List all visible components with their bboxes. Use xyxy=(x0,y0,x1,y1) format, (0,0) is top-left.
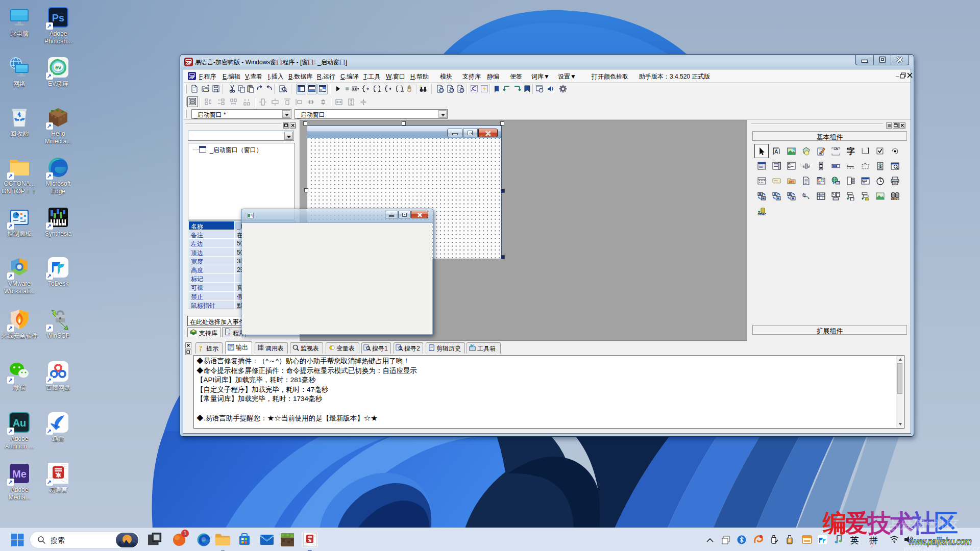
svg-text:ODBC: ODBC xyxy=(758,213,766,215)
svg-text:字: 字 xyxy=(847,147,855,156)
svg-text:Me: Me xyxy=(12,468,27,480)
svg-text:ODBC: ODBC xyxy=(891,197,899,201)
svg-text:ev: ev xyxy=(55,64,62,70)
svg-text:1: 1 xyxy=(879,164,882,169)
svg-text:Au: Au xyxy=(13,417,27,429)
svg-text:DIR: DIR xyxy=(789,180,794,183)
svg-text:CN: CN xyxy=(834,147,839,151)
svg-text:Ps: Ps xyxy=(52,12,64,23)
svg-text:A: A xyxy=(819,151,822,156)
svg-text:A: A xyxy=(774,148,778,155)
